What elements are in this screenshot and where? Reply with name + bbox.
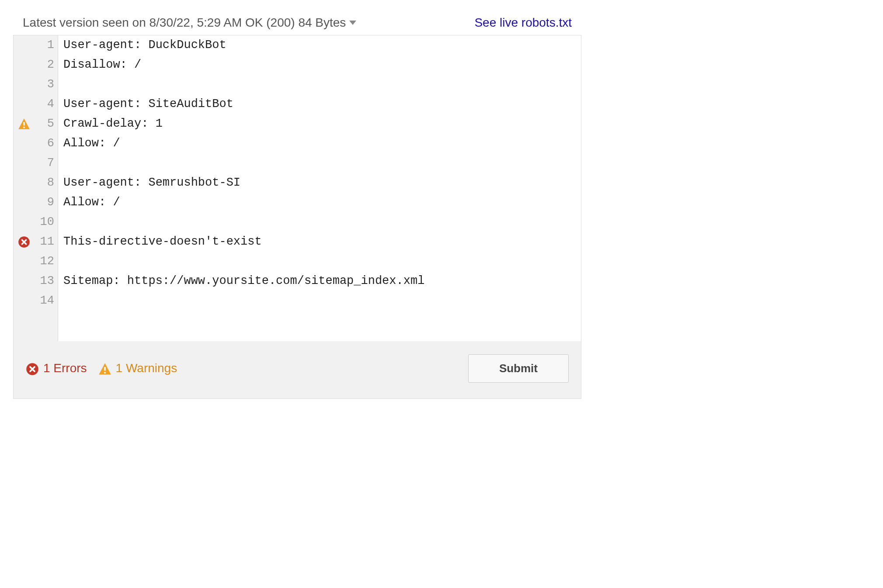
gutter-cell <box>14 55 35 75</box>
line-number: 7 <box>35 153 54 173</box>
errors-count-label: 1 Errors <box>43 361 87 375</box>
error-marker[interactable] <box>14 232 35 252</box>
line-number: 14 <box>35 291 54 311</box>
svg-marker-0 <box>349 21 356 25</box>
code-content[interactable]: User-agent: DuckDuckBotDisallow: /User-a… <box>58 35 581 341</box>
line-number: 2 <box>35 55 54 75</box>
code-line[interactable]: Crawl-delay: 1 <box>63 114 581 134</box>
gutter-cell <box>14 212 35 232</box>
header-row: Latest version seen on 8/30/22, 5:29 AM … <box>13 13 581 35</box>
svg-rect-2 <box>23 122 24 125</box>
version-dropdown[interactable]: Latest version seen on 8/30/22, 5:29 AM … <box>23 16 356 30</box>
svg-rect-7 <box>104 367 106 371</box>
warning-marker[interactable] <box>14 114 35 134</box>
gutter-cell <box>14 75 35 94</box>
gutter-cell <box>14 134 35 153</box>
gutter-cell <box>14 35 35 55</box>
line-number: 5 <box>35 114 54 134</box>
code-line[interactable] <box>63 252 581 271</box>
caret-down-icon <box>349 21 356 25</box>
footer-bar: 1 Errors 1 Warnings Submit <box>14 341 581 398</box>
line-number: 11 <box>35 232 54 252</box>
robots-tester-panel: Latest version seen on 8/30/22, 5:29 AM … <box>13 13 581 399</box>
line-number: 12 <box>35 252 54 271</box>
code-line[interactable] <box>63 212 581 232</box>
see-live-robots-link[interactable]: See live robots.txt <box>474 16 572 30</box>
line-number: 10 <box>35 212 54 232</box>
line-number: 9 <box>35 193 54 212</box>
code-line[interactable]: Disallow: / <box>63 55 581 75</box>
line-number: 4 <box>35 94 54 114</box>
version-label: Latest version seen on 8/30/22, 5:29 AM … <box>23 16 346 30</box>
code-line[interactable]: Allow: / <box>63 193 581 212</box>
error-icon <box>26 361 39 376</box>
code-line[interactable]: User-agent: Semrushbot-SI <box>63 173 581 193</box>
submit-button[interactable]: Submit <box>468 354 569 383</box>
code-line[interactable]: Sitemap: https://www.yoursite.com/sitema… <box>63 271 581 291</box>
gutter-cell <box>14 94 35 114</box>
code-area: 1234567891011121314 User-agent: DuckDuck… <box>14 35 581 341</box>
gutter-cell <box>14 193 35 212</box>
svg-point-8 <box>104 372 106 374</box>
line-number-gutter: 1234567891011121314 <box>35 35 58 341</box>
editor-frame: 1234567891011121314 User-agent: DuckDuck… <box>13 35 581 399</box>
line-number: 3 <box>35 75 54 94</box>
gutter-cell <box>14 153 35 173</box>
svg-point-3 <box>23 126 25 128</box>
line-number: 13 <box>35 271 54 291</box>
line-number: 1 <box>35 35 54 55</box>
line-number: 8 <box>35 173 54 193</box>
line-number: 6 <box>35 134 54 153</box>
gutter-cell <box>14 291 35 311</box>
warning-icon <box>98 361 111 376</box>
code-line[interactable]: This-directive-doesn't-exist <box>63 232 581 252</box>
marker-gutter <box>14 35 35 341</box>
code-line[interactable] <box>63 153 581 173</box>
code-line[interactable] <box>63 75 581 94</box>
code-line[interactable]: User-agent: SiteAuditBot <box>63 94 581 114</box>
warnings-count-label: 1 Warnings <box>116 361 177 375</box>
issues-summary: 1 Errors 1 Warnings <box>26 361 177 376</box>
gutter-cell <box>14 252 35 271</box>
code-line[interactable]: User-agent: DuckDuckBot <box>63 35 581 55</box>
gutter-cell <box>14 271 35 291</box>
code-line[interactable] <box>63 291 581 311</box>
code-line[interactable]: Allow: / <box>63 134 581 153</box>
gutter-cell <box>14 173 35 193</box>
